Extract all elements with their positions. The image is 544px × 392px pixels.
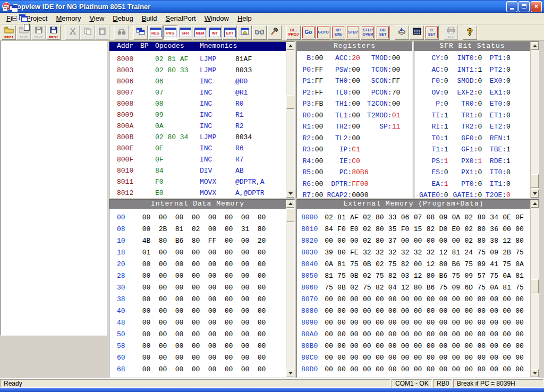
colon: : xyxy=(474,180,478,192)
disassembly-row[interactable]: 800606INC@R0 xyxy=(109,78,286,89)
memory-byte: 09 xyxy=(449,284,462,292)
memory-byte: 00 xyxy=(138,365,155,373)
memory-window-button[interactable]: MEM xyxy=(193,25,207,40)
menu-help[interactable]: Help xyxy=(233,13,256,23)
disassembly-row[interactable]: 800B02 80 34LJMP8034 xyxy=(109,133,286,144)
disassembly-row[interactable]: 801084DIVAB xyxy=(109,167,286,178)
open-project-button[interactable]: PROJ xyxy=(2,25,16,40)
internal-memory-window-button-label: INT xyxy=(212,31,218,35)
memory-addr: 68 xyxy=(117,365,138,373)
goto-button[interactable]: GOTO xyxy=(316,25,330,40)
bp-exe-button[interactable]: BPEXE xyxy=(331,25,345,40)
disassembly-row[interactable]: 800F0FINCR7 xyxy=(109,156,286,167)
sfr-bit-cell-label: PS xyxy=(414,157,440,169)
restore-button[interactable] xyxy=(518,1,530,12)
memory-bytes: 0000000000000000 xyxy=(138,214,270,221)
scroll-down-button[interactable] xyxy=(531,190,539,198)
memory-byte: 03 xyxy=(399,272,412,280)
internal-memory-panel: Internal Data Memory 0000000000000000000… xyxy=(109,199,295,378)
disassembly-row[interactable]: 8011F0MOVX@DPTR,A xyxy=(109,178,286,189)
menu-debug[interactable]: Debug xyxy=(108,13,137,23)
scroll-up-button[interactable] xyxy=(531,200,539,208)
disassembly-row[interactable]: 800909INCR1 xyxy=(109,111,286,122)
colon: : xyxy=(440,66,444,78)
arrow-down-icon xyxy=(288,192,293,195)
scroll-thumb[interactable] xyxy=(531,279,539,293)
step-over-button[interactable]: STEPOVER xyxy=(361,25,375,40)
colon: : xyxy=(311,112,315,123)
go-button[interactable]: Go xyxy=(301,25,316,40)
c-set-button[interactable]: CSET xyxy=(424,25,439,40)
cascade-windows-button[interactable] xyxy=(133,25,148,40)
memory-byte: 00 xyxy=(204,330,220,338)
memory-byte: 00 xyxy=(220,330,237,338)
sfr-window-button[interactable]: SFR xyxy=(178,25,192,40)
memory-byte: 00 xyxy=(424,342,437,350)
memory-bytes: 3980FE32323232323212812475092B75 xyxy=(322,249,526,257)
memory-byte: 00 xyxy=(386,319,399,327)
watch-button[interactable] xyxy=(252,25,267,40)
help-button[interactable]: ? xyxy=(463,25,477,40)
scroll-thumb[interactable] xyxy=(531,174,539,188)
build-button[interactable] xyxy=(267,25,282,40)
step-button[interactable]: STEP xyxy=(346,25,360,40)
internal-memory-row: 180100000000000000 xyxy=(117,249,270,260)
colon: : xyxy=(440,134,444,146)
memory-byte: 00 xyxy=(253,272,270,280)
disassembly-row[interactable]: 800808INCR0 xyxy=(109,100,286,111)
menu-bar: FileProjectMemoryViewDebugBuildSerialPor… xyxy=(0,13,544,24)
scroll-down-button[interactable] xyxy=(531,369,539,377)
menu-window[interactable]: Window xyxy=(200,13,233,23)
collapse-icon[interactable] xyxy=(12,16,17,21)
external-memory-window-button[interactable]: EXT xyxy=(223,25,237,40)
sfr-scrollbar[interactable] xyxy=(530,42,539,198)
disassembly-row[interactable]: 8012E0MOVXA,@DPTR xyxy=(109,189,286,200)
disassembly-row[interactable]: 800707INC@R1 xyxy=(109,89,286,100)
scroll-down-button[interactable] xyxy=(286,369,294,377)
fill-memory-button[interactable] xyxy=(410,25,424,40)
internal-memory-window-button[interactable]: INT xyxy=(208,25,222,40)
collapse-icon[interactable] xyxy=(3,6,7,11)
disassembly-row[interactable]: 800E0EINCR6 xyxy=(109,144,286,156)
disasm-addr: 8012 xyxy=(117,189,133,197)
download-project-button[interactable]: DL↓PROJ xyxy=(286,25,301,40)
minimize-button[interactable] xyxy=(506,1,517,12)
arrow-up-icon xyxy=(288,45,293,47)
memory-byte: 00 xyxy=(449,319,462,327)
menu-build[interactable]: Build xyxy=(138,13,162,23)
close-button[interactable]: × xyxy=(531,1,542,12)
registers-window-button[interactable]: REG xyxy=(148,25,163,40)
scroll-down-button[interactable] xyxy=(286,190,294,198)
db-set-button[interactable]: DBSET xyxy=(376,25,390,40)
colon: : xyxy=(474,168,478,180)
internal-memory-scrollbar[interactable] xyxy=(286,200,294,377)
disassembly-row[interactable]: 800A0AINCR2 xyxy=(109,122,286,133)
save-project-button[interactable]: PROJ xyxy=(46,25,61,40)
menu-view[interactable]: View xyxy=(85,13,108,23)
sfr-bit-cell: GF0:0 xyxy=(448,134,482,146)
colon: : xyxy=(311,100,315,112)
memory-byte: 00 xyxy=(155,365,171,373)
disassembly-row[interactable]: 800002 81 AFLJMP81AF xyxy=(109,55,286,66)
scroll-up-button[interactable] xyxy=(531,42,539,50)
scroll-thumb[interactable] xyxy=(286,95,294,109)
download-hex-button[interactable] xyxy=(395,25,409,40)
external-memory-row: 80400A81750B027582001280B6750941750A xyxy=(301,260,526,272)
scroll-thumb[interactable] xyxy=(286,208,294,222)
colon: : xyxy=(440,77,444,89)
program-window-button[interactable]: PRG xyxy=(163,25,177,40)
disassembly-scrollbar[interactable] xyxy=(286,42,294,198)
menu-serialport[interactable]: SerialPort xyxy=(162,13,200,23)
scroll-up-button[interactable] xyxy=(286,200,294,208)
external-memory-scrollbar[interactable] xyxy=(530,200,539,377)
disassembly-row[interactable]: 800302 80 33LJMP8033 xyxy=(109,66,286,78)
memory-byte: 80 xyxy=(475,214,488,221)
sfr-bit-cell: PX1:0 xyxy=(448,168,482,180)
compile-button[interactable] xyxy=(237,25,252,40)
scroll-up-button[interactable] xyxy=(286,42,294,50)
menu-memory[interactable]: Memory xyxy=(52,13,85,23)
colon: : xyxy=(311,66,315,78)
colon: : xyxy=(311,180,315,192)
sfr-bit-cell: EXF2:0 xyxy=(448,89,482,100)
memory-byte: 75 xyxy=(513,249,526,257)
